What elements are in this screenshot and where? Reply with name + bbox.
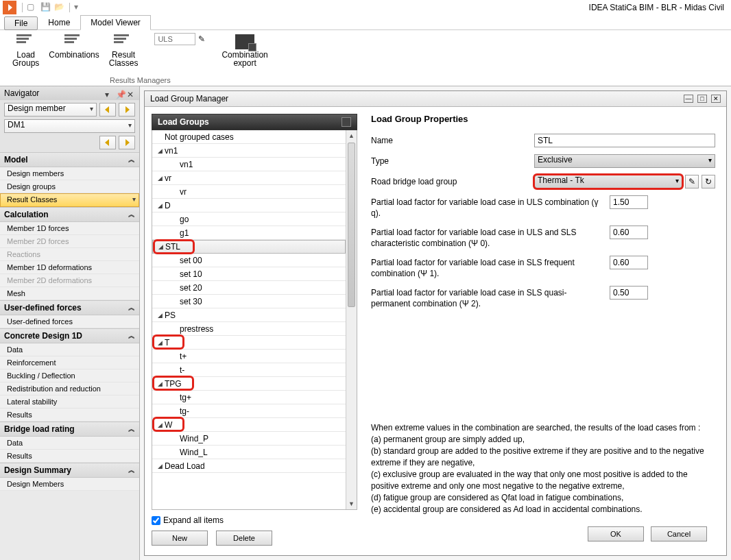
tree-row[interactable]: t+ — [152, 350, 346, 363]
ribbon-load-groups[interactable]: Load Groups — [11, 33, 40, 69]
ribbon-result-classes[interactable]: Result Classes — [108, 33, 140, 69]
tree-row[interactable]: ◢T — [152, 336, 346, 350]
tree-row[interactable]: ◢D — [152, 199, 346, 212]
dm-select[interactable]: DM1 — [4, 119, 135, 133]
section-header[interactable]: Design Summary︽ — [0, 463, 139, 478]
load-groups-tree[interactable]: Not grouped cases◢vn1vn1◢vrvr◢Dgog1◢STLs… — [152, 130, 346, 509]
tab-model-viewer[interactable]: Model Viewer — [80, 15, 150, 30]
edit-icon[interactable]: ✎ — [198, 34, 205, 44]
tree-row[interactable]: g1 — [152, 226, 346, 240]
tab-home[interactable]: Home — [38, 15, 80, 30]
tree-row[interactable]: prestress — [152, 322, 346, 336]
close-icon[interactable]: ✕ — [711, 95, 721, 103]
tab-file[interactable]: File — [4, 16, 38, 30]
nav-item[interactable]: User-defined forces — [0, 315, 139, 328]
type-select[interactable]: Exclusive — [534, 154, 715, 168]
nav-close-icon[interactable]: ✕ — [127, 90, 135, 97]
section-header[interactable]: Bridge load rating︽ — [0, 422, 139, 437]
tree-row[interactable]: tg+ — [152, 391, 346, 404]
expand-all-checkbox[interactable]: Expand all items — [152, 515, 357, 525]
expand-icon[interactable]: ◢ — [155, 422, 165, 428]
qat-new-icon[interactable]: ▢ — [27, 2, 38, 13]
f1-input[interactable] — [610, 195, 648, 209]
ok-button[interactable]: OK — [588, 526, 644, 541]
nav-item[interactable]: Data — [0, 343, 139, 356]
nav-item[interactable]: Design Members — [0, 478, 139, 491]
section-header[interactable]: Concrete Design 1D︽ — [0, 329, 139, 343]
tree-row[interactable]: ◢Dead Load — [152, 459, 346, 473]
nav-item[interactable]: Result Classes — [0, 193, 139, 207]
expand-icon[interactable]: ◢ — [155, 312, 165, 319]
tree-row[interactable]: ◢vr — [152, 171, 346, 185]
nav-item[interactable]: Reinforcement — [0, 356, 139, 369]
expand-icon[interactable]: ◢ — [155, 147, 165, 154]
expand-icon[interactable]: ◢ — [155, 202, 165, 209]
tree-row[interactable]: ◢PS — [152, 308, 346, 322]
f2-input[interactable] — [610, 226, 648, 239]
tree-row[interactable]: tg- — [152, 404, 346, 418]
nav-item[interactable]: Design groups — [0, 180, 139, 193]
expand-icon[interactable]: ◢ — [156, 243, 165, 250]
ribbon-combination-export[interactable]: Combination export — [220, 33, 269, 69]
design-member-select[interactable]: Design member — [4, 103, 97, 117]
nav-next-button[interactable] — [119, 103, 135, 117]
expand-icon[interactable]: ◢ — [155, 175, 165, 182]
tree-row[interactable]: set 10 — [152, 267, 346, 281]
road-bridge-select[interactable]: Thermal - Tk — [534, 175, 682, 188]
refresh-road-icon[interactable]: ↻ — [702, 175, 715, 188]
edit-road-icon[interactable]: ✎ — [685, 175, 699, 188]
section-header[interactable]: Calculation︽ — [0, 208, 139, 222]
tree-row[interactable]: ◢STL — [152, 240, 346, 254]
nav-item[interactable]: Member 2D deformations — [0, 274, 139, 287]
nav-item[interactable]: Design members — [0, 167, 139, 180]
nav-item[interactable]: Data — [0, 437, 139, 450]
nav-pin-icon[interactable]: 📌 — [116, 90, 124, 97]
tree-row[interactable]: ◢vn1 — [152, 144, 346, 158]
nav-item[interactable]: Reactions — [0, 248, 139, 261]
qat-dropdown-icon[interactable]: ▾ — [74, 2, 85, 13]
tree-row[interactable]: go — [152, 212, 346, 226]
scroll-down-icon[interactable]: ▼ — [346, 498, 357, 509]
f4-input[interactable] — [610, 286, 648, 300]
nav-prev-button[interactable] — [99, 103, 116, 117]
qat-open-icon[interactable]: 📂 — [54, 2, 65, 13]
nav-dropdown-icon[interactable]: ▾ — [105, 90, 113, 97]
maximize-icon[interactable]: □ — [697, 95, 707, 103]
section-header[interactable]: User-defined forces︽ — [0, 301, 139, 315]
nav-item[interactable]: Results — [0, 450, 139, 463]
scroll-up-icon[interactable]: ▲ — [346, 130, 357, 141]
minimize-icon[interactable]: — — [684, 95, 693, 103]
tree-row[interactable]: ◢TPG — [152, 377, 346, 391]
tree-row[interactable]: Wind_P — [152, 432, 346, 446]
nav-item[interactable]: Member 1D forces — [0, 222, 139, 235]
qat-save-icon[interactable]: 💾 — [40, 2, 51, 13]
nav-item[interactable]: Mesh — [0, 287, 139, 300]
expand-icon[interactable]: ◢ — [155, 339, 165, 346]
nav-item[interactable]: Buckling / Deflection — [0, 369, 139, 382]
expand-icon[interactable]: ◢ — [155, 463, 165, 470]
tree-scrollbar[interactable]: ▲ ▼ — [346, 130, 357, 509]
tree-row[interactable]: set 00 — [152, 254, 346, 267]
tree-row[interactable]: vr — [152, 185, 346, 199]
expand-icon[interactable]: ◢ — [155, 380, 165, 387]
delete-button[interactable]: Delete — [216, 531, 272, 546]
filter-icon[interactable] — [341, 117, 351, 127]
ribbon-combinations[interactable]: Combinations — [47, 33, 100, 60]
nav-item[interactable]: Redistribution and reduction — [0, 382, 139, 395]
name-input[interactable] — [534, 134, 715, 147]
scroll-thumb[interactable] — [348, 143, 355, 307]
tree-row[interactable]: vn1 — [152, 158, 346, 171]
uls-field[interactable] — [154, 33, 195, 45]
nav-item[interactable]: Lateral stability — [0, 395, 139, 409]
tree-row[interactable]: t- — [152, 363, 346, 377]
section-header[interactable]: Model︽ — [0, 153, 139, 167]
tree-row[interactable]: ◢W — [152, 418, 346, 432]
tree-row[interactable]: set 20 — [152, 281, 346, 295]
tree-row[interactable]: Wind_L — [152, 446, 346, 459]
nav-item[interactable]: Member 1D deformations — [0, 261, 139, 274]
tree-row[interactable]: set 30 — [152, 295, 346, 308]
nav-item[interactable]: Member 2D forces — [0, 235, 139, 248]
nav-next2-button[interactable] — [119, 136, 135, 149]
cancel-button[interactable]: Cancel — [651, 526, 707, 541]
nav-item[interactable]: Results — [0, 409, 139, 422]
